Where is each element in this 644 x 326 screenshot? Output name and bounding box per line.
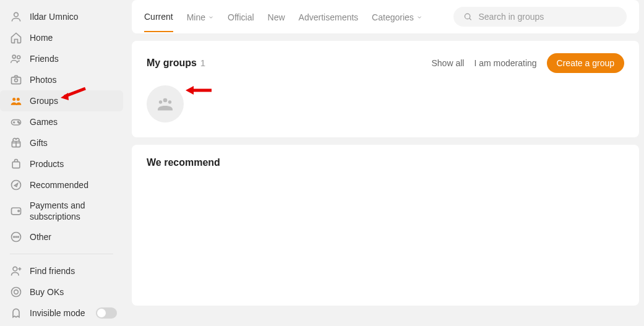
sidebar-item-payments[interactable]: Payments and subscriptions <box>0 195 123 226</box>
sidebar-item-label: Photos <box>30 74 117 85</box>
moderating-link[interactable]: I am moderating <box>474 58 536 68</box>
svg-point-2 <box>17 56 20 59</box>
sidebar-item-games[interactable]: Games <box>0 111 123 132</box>
home-icon <box>10 32 22 44</box>
friends-icon <box>10 53 22 65</box>
tab-advertisements[interactable]: Advertisements <box>299 2 358 32</box>
show-all-link[interactable]: Show all <box>432 58 465 68</box>
sidebar-item-label: Find friends <box>30 265 117 277</box>
recommend-title: We recommend <box>147 157 624 168</box>
svg-point-1 <box>12 55 15 58</box>
svg-point-14 <box>18 210 20 212</box>
chevron-down-icon <box>416 14 423 20</box>
svg-point-5 <box>12 98 15 101</box>
search-box[interactable] <box>453 7 627 27</box>
sidebar-item-other[interactable]: Other <box>0 226 123 247</box>
tabs: Current Mine Official New Advertisements… <box>144 1 423 32</box>
wallet-icon <box>10 205 22 217</box>
tab-new[interactable]: New <box>268 2 285 32</box>
group-avatar-placeholder[interactable] <box>147 85 184 122</box>
sidebar-item-label: Recommended <box>30 179 117 191</box>
sidebar-item-label: Products <box>30 158 117 169</box>
svg-point-9 <box>19 122 20 124</box>
tab-label: Categories <box>372 12 414 22</box>
svg-point-25 <box>168 100 171 103</box>
svg-point-18 <box>18 237 19 238</box>
coin-icon <box>10 286 22 298</box>
svg-point-21 <box>14 290 19 294</box>
svg-point-24 <box>159 100 162 103</box>
sidebar-item-label: Buy OKs <box>30 286 117 298</box>
sidebar-item-find-friends[interactable]: Find friends <box>0 260 123 281</box>
svg-point-4 <box>15 79 18 82</box>
my-groups-title: My groups 1 <box>147 58 205 69</box>
bag-icon <box>10 158 22 170</box>
svg-point-6 <box>17 98 20 101</box>
chevron-down-icon <box>208 14 214 20</box>
tab-label: Mine <box>187 12 205 22</box>
sidebar: Ildar Umnico Home Friends Photos Groups … <box>0 0 127 326</box>
search-icon <box>463 12 472 22</box>
sidebar-divider <box>10 254 113 254</box>
tab-current[interactable]: Current <box>144 1 173 32</box>
sidebar-item-label: Home <box>30 32 117 43</box>
camera-icon <box>10 74 22 86</box>
group-icon <box>154 93 176 115</box>
sidebar-item-gifts[interactable]: Gifts <box>0 132 123 153</box>
tab-categories[interactable]: Categories <box>372 2 423 32</box>
sidebar-item-label: Payments and subscriptions <box>30 200 117 222</box>
sidebar-item-label: Other <box>30 231 117 242</box>
sidebar-item-label: Invisible mode <box>30 307 96 319</box>
add-friend-icon <box>10 265 22 277</box>
sidebar-item-profile[interactable]: Ildar Umnico <box>0 6 123 27</box>
sidebar-item-label: Gifts <box>30 137 117 148</box>
sidebar-item-label: Friends <box>30 53 117 64</box>
tab-mine[interactable]: Mine <box>187 2 214 32</box>
sidebar-item-buy-oks[interactable]: Buy OKs <box>0 281 123 302</box>
svg-point-20 <box>12 288 21 297</box>
tab-official[interactable]: Official <box>228 2 254 32</box>
invisible-toggle[interactable] <box>96 307 117 319</box>
sidebar-item-label: Groups <box>30 95 117 106</box>
sidebar-item-photos[interactable]: Photos <box>0 69 123 90</box>
svg-rect-3 <box>12 77 21 84</box>
topbar: Current Mine Official New Advertisements… <box>132 0 639 33</box>
compass-icon <box>10 179 22 191</box>
recommend-card: We recommend <box>132 145 639 306</box>
sidebar-item-home[interactable]: Home <box>0 27 123 48</box>
sidebar-item-label: Games <box>30 116 117 127</box>
user-icon <box>10 11 22 23</box>
svg-point-17 <box>15 237 17 238</box>
search-input[interactable] <box>478 12 617 22</box>
sidebar-item-invisible[interactable]: Invisible mode <box>0 302 123 324</box>
svg-point-22 <box>465 14 470 19</box>
svg-point-16 <box>14 237 15 238</box>
groups-icon <box>10 95 22 107</box>
sidebar-item-friends[interactable]: Friends <box>0 48 123 69</box>
gift-icon <box>10 137 22 149</box>
svg-point-23 <box>163 98 168 103</box>
dots-icon <box>10 231 22 243</box>
svg-point-19 <box>13 267 17 272</box>
ghost-icon <box>10 307 22 319</box>
groups-count: 1 <box>200 58 205 68</box>
main: Current Mine Official New Advertisements… <box>127 0 644 326</box>
gamepad-icon <box>10 116 22 128</box>
sidebar-item-groups[interactable]: Groups <box>0 90 123 111</box>
sidebar-item-products[interactable]: Products <box>0 153 123 174</box>
my-groups-card: My groups 1 Show all I am moderating Cre… <box>132 41 639 137</box>
my-groups-header: My groups 1 Show all I am moderating Cre… <box>147 53 624 73</box>
svg-point-0 <box>14 12 19 17</box>
sidebar-item-label: Ildar Umnico <box>30 11 117 22</box>
svg-rect-11 <box>12 162 20 168</box>
sidebar-item-recommended[interactable]: Recommended <box>0 174 123 195</box>
create-group-button[interactable]: Create a group <box>547 53 624 73</box>
title-text: My groups <box>147 58 197 68</box>
